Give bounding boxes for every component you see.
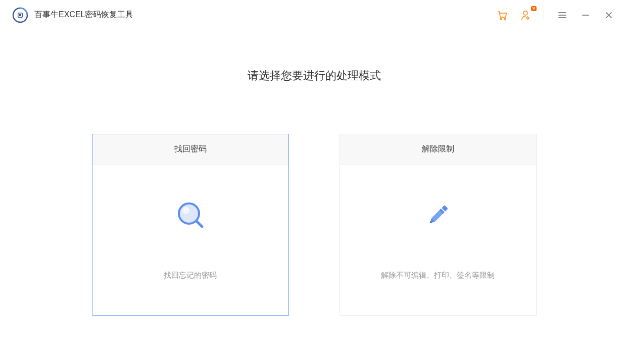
svg-point-4 [500,18,502,20]
mode-card-recover-password[interactable]: 找回密码 找回忘记的密码 [92,134,289,316]
mode-card-title: 解除限制 [340,134,536,165]
user-account-button[interactable]: V [518,8,533,22]
minimize-button[interactable] [578,8,593,22]
svg-point-13 [179,203,199,224]
search-icon [175,200,206,230]
titlebar: 百事牛EXCEL密码恢复工具 V [0,0,628,30]
mode-card-remove-restrictions[interactable]: 解除限制 解除不可编辑、打印、签名等限制 [340,134,537,316]
svg-point-14 [182,207,189,214]
titlebar-left: 百事牛EXCEL密码恢复工具 [12,7,133,23]
mode-card-body: 找回忘记的密码 [92,165,288,315]
close-button[interactable] [602,8,616,22]
page-heading: 请选择您要进行的处理模式 [0,68,628,83]
pencil-icon [423,200,453,230]
titlebar-right: V [495,8,616,22]
app-title: 百事牛EXCEL密码恢复工具 [34,10,133,20]
svg-line-15 [197,222,202,227]
mode-cards-container: 找回密码 找回忘记的密码 解除限制 [0,134,628,316]
svg-rect-3 [19,14,21,16]
main-content: 请选择您要进行的处理模式 找回密码 找回忘记的密码 解除限制 [0,30,628,316]
mode-card-body: 解除不可编辑、打印、签名等限制 [340,165,536,315]
svg-point-6 [523,11,527,15]
menu-button[interactable] [555,8,569,22]
vip-badge: V [531,6,537,11]
svg-point-5 [504,18,506,20]
mode-card-description: 解除不可编辑、打印、签名等限制 [381,271,495,280]
mode-card-description: 找回忘记的密码 [164,271,217,280]
mode-card-title: 找回密码 [92,134,288,165]
cart-button[interactable] [495,8,509,22]
divider [544,10,544,20]
app-logo-icon [12,7,28,23]
